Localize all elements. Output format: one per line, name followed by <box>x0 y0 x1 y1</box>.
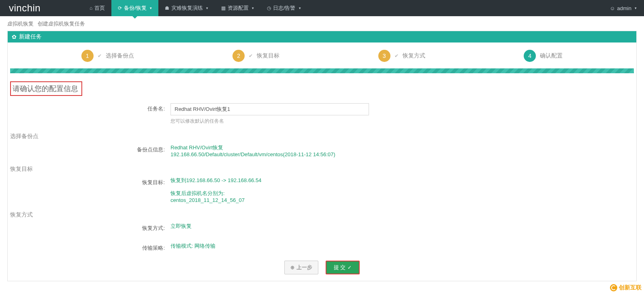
nav-resource[interactable]: ▦资源配置▾ <box>215 0 260 16</box>
policy-label: 传输策略: <box>9 242 171 252</box>
progress-stripe <box>10 68 634 73</box>
user-name: admin <box>617 5 631 11</box>
step-label: 恢复方式 <box>403 52 425 59</box>
gear-icon: ✿ <box>12 34 17 40</box>
nav-backup-label: 备份/恢复 <box>124 4 147 12</box>
step-label: 恢复目标 <box>257 52 279 59</box>
step-1[interactable]: 1✔选择备份点 <box>81 50 134 62</box>
breadcrumb-b: 创建虚拟机恢复任务 <box>38 21 85 27</box>
confirm-title: 请确认您的配置信息 <box>10 81 82 96</box>
home-icon: ⌂ <box>90 5 92 11</box>
task-name-hint: 您可以修改默认的任务名 <box>171 118 635 125</box>
wizard-steps: 1✔选择备份点 2✔恢复目标 3✔恢复方式 4确认配置 <box>8 42 636 66</box>
task-name-input[interactable] <box>171 103 369 115</box>
backup-point-line2: 192.168.66.50/Default/cluster/Default/vm… <box>171 151 635 157</box>
prev-label: 上一步 <box>296 264 312 271</box>
task-name-label: 任务名: <box>9 103 171 113</box>
grid-icon: ▦ <box>221 5 226 11</box>
nav-home-label: 首页 <box>94 4 105 12</box>
submit-button[interactable]: 提 交✓ <box>326 261 360 274</box>
nav-dr[interactable]: ☗灾难恢复演练▾ <box>158 0 215 16</box>
shield-icon: ☗ <box>165 5 169 11</box>
target-line2: 恢复后虚拟机名分别为: <box>171 190 635 197</box>
target-line1: 恢复到192.168.66.50 -> 192.168.66.54 <box>171 177 635 184</box>
backup-point-label: 备份点信息: <box>9 144 171 153</box>
nav-dr-label: 灾难恢复演练 <box>171 4 203 12</box>
target-label: 恢复目标: <box>9 177 171 186</box>
section-backup-point: 选择备份点 <box>10 133 635 140</box>
section-mode: 恢复方式 <box>10 211 635 219</box>
arrow-left-icon: ⊕ <box>290 265 294 270</box>
target-line3: centos_2018_11_12_14_56_07 <box>171 197 635 203</box>
nav-backup[interactable]: ⟳备份/恢复▾ <box>111 0 158 16</box>
panel-header: ✿新建任务 <box>8 31 636 42</box>
breadcrumb-a[interactable]: 虚拟机恢复 <box>7 21 34 27</box>
step-number: 1 <box>81 50 94 62</box>
nav-log[interactable]: ◷日志/告警▾ <box>260 0 307 16</box>
chevron-down-icon: ▾ <box>206 6 208 10</box>
step-4: 4确认配置 <box>524 50 563 62</box>
clock-icon: ◷ <box>267 5 271 11</box>
step-number: 3 <box>378 50 390 62</box>
breadcrumb: 虚拟机恢复 创建虚拟机恢复任务 <box>0 16 644 31</box>
chevron-down-icon: ▾ <box>635 6 637 10</box>
step-number: 2 <box>232 50 245 62</box>
check-icon: ✔ <box>249 53 253 59</box>
chevron-down-icon: ▾ <box>252 6 254 10</box>
step-number: 4 <box>524 50 536 62</box>
mode-value: 立即恢复 <box>171 223 635 230</box>
top-nav: vinchin ⌂首页 ⟳备份/恢复▾ ☗灾难恢复演练▾ ▦资源配置▾ ◷日志/… <box>0 0 644 16</box>
step-label: 确认配置 <box>540 52 563 59</box>
step-2[interactable]: 2✔恢复目标 <box>232 50 279 62</box>
panel-title: 新建任务 <box>19 33 42 40</box>
user-icon: ☺ <box>610 5 615 11</box>
check-icon: ✔ <box>395 53 399 59</box>
backup-point-line1: Redhat RHV/Ovirt恢复 <box>171 144 635 151</box>
chevron-down-icon: ▾ <box>299 6 301 10</box>
chevron-down-icon: ▾ <box>150 6 152 10</box>
user-menu[interactable]: ☺admin▾ <box>602 0 644 16</box>
prev-button[interactable]: ⊕上一步 <box>284 261 318 274</box>
mode-label: 恢复方式: <box>9 223 171 232</box>
section-target: 恢复目标 <box>10 166 635 173</box>
submit-label: 提 交 <box>334 264 346 271</box>
step-label: 选择备份点 <box>106 52 134 59</box>
nav-log-label: 日志/告警 <box>273 4 296 12</box>
brand-logo: vinchin <box>0 0 83 16</box>
nav-home[interactable]: ⌂首页 <box>83 0 111 16</box>
submit-icon: ✓ <box>348 265 352 270</box>
step-3[interactable]: 3✔恢复方式 <box>378 50 425 62</box>
check-icon: ✔ <box>98 53 102 59</box>
refresh-icon: ⟳ <box>118 5 122 11</box>
nav-resource-label: 资源配置 <box>228 4 249 12</box>
watermark: 创新互联 <box>610 284 642 289</box>
swirl-icon <box>610 284 617 289</box>
policy-value: 传输模式: 网络传输 <box>171 242 635 250</box>
